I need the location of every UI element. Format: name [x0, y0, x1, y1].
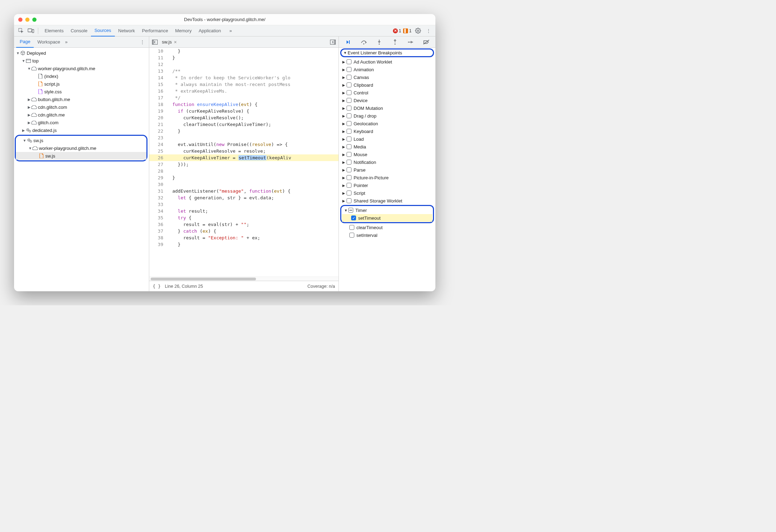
code-content[interactable]: } [167, 241, 338, 248]
bp-category-shared-storage-worklet[interactable]: ▶Shared Storage Worklet [340, 197, 435, 205]
code-line[interactable]: 34 let result; [149, 208, 338, 214]
settings-icon[interactable] [414, 27, 422, 35]
code-content[interactable]: * extraKeepAliveMs. [167, 88, 338, 94]
code-line[interactable]: 13 /** [149, 68, 338, 74]
code-line[interactable]: 19 if (curKeepAliveResolve) { [149, 108, 338, 114]
panel-tab-sources[interactable]: Sources [91, 25, 115, 36]
event-listener-breakpoints-header[interactable]: ▼ Event Listener Breakpoints [340, 48, 434, 57]
more-menu-icon[interactable]: ⋮ [424, 27, 433, 35]
code-content[interactable]: } [167, 128, 338, 134]
code-content[interactable]: curKeepAliveTimer = setTimeout(keepAliv [167, 154, 338, 161]
code-line[interactable]: 29 } [149, 174, 338, 181]
code-line[interactable]: 32 let { generation, str } = evt.data; [149, 194, 338, 201]
line-number[interactable]: 32 [149, 194, 167, 201]
checkbox-mixed[interactable] [348, 208, 353, 213]
code-content[interactable]: } [167, 174, 338, 181]
code-content[interactable]: * In order to keep the ServiceWorker's g… [167, 74, 338, 81]
checkbox[interactable] [347, 106, 351, 111]
line-number[interactable]: 17 [149, 94, 167, 101]
bp-category-load[interactable]: ▶Load [340, 135, 435, 143]
line-number[interactable]: 38 [149, 234, 167, 241]
code-line[interactable]: 38 result = "Exception: " + ex; [149, 234, 338, 241]
bp-category-ad-auction-worklet[interactable]: ▶Ad Auction Worklet [340, 58, 435, 66]
code-content[interactable]: try { [167, 214, 338, 221]
line-number[interactable]: 26 [149, 154, 167, 161]
checkbox[interactable] [347, 75, 351, 80]
code-line[interactable]: 11 } [149, 54, 338, 61]
code-line[interactable]: 12 [149, 61, 338, 68]
step-into-icon[interactable] [375, 38, 384, 47]
tree-top[interactable]: ▼ top [14, 57, 149, 65]
code-line[interactable]: 16 * extraKeepAliveMs. [149, 88, 338, 94]
toggle-debugger-icon[interactable] [329, 38, 337, 46]
bp-category-picture-in-picture[interactable]: ▶Picture-in-Picture [340, 174, 435, 181]
step-over-icon[interactable] [359, 38, 368, 47]
bp-category-notification[interactable]: ▶Notification [340, 158, 435, 166]
code-line[interactable]: 10 } [149, 48, 338, 54]
bp-category-drag-drop[interactable]: ▶Drag / drop [340, 112, 435, 120]
code-line[interactable]: 27 })); [149, 161, 338, 168]
line-number[interactable]: 16 [149, 88, 167, 94]
code-editor[interactable]: 10 }11 }1213 /**14 * In order to keep th… [149, 48, 338, 277]
checkbox[interactable] [347, 59, 351, 64]
code-content[interactable]: curKeepAliveResolve(); [167, 114, 338, 121]
line-number[interactable]: 22 [149, 128, 167, 134]
checkbox[interactable] [347, 144, 351, 149]
bp-item-cleartimeout[interactable]: clearTimeout [339, 224, 435, 231]
code-content[interactable]: curKeepAliveResolve = resolve; [167, 148, 338, 154]
code-content[interactable]: result = "Exception: " + ex; [167, 234, 338, 241]
device-toolbar-icon[interactable] [27, 27, 35, 35]
checkbox[interactable] [347, 113, 351, 118]
bp-category-keyboard[interactable]: ▶Keyboard [340, 127, 435, 135]
toggle-navigator-icon[interactable] [151, 38, 159, 46]
tree-domain-glitch[interactable]: ▶ glitch.com [14, 119, 149, 126]
tree-swjs-domain[interactable]: ▼ worker-playground.glitch.me [16, 144, 146, 152]
checkbox[interactable] [347, 167, 351, 172]
checkbox[interactable] [347, 67, 351, 72]
code-content[interactable]: addEventListener("message", function(evt… [167, 188, 338, 194]
line-number[interactable]: 30 [149, 181, 167, 188]
panel-tab-elements[interactable]: Elements [41, 25, 67, 36]
code-line[interactable]: 39 } [149, 241, 338, 248]
code-content[interactable]: if (curKeepAliveResolve) { [167, 108, 338, 114]
line-number[interactable]: 36 [149, 221, 167, 228]
checkbox[interactable] [349, 233, 354, 238]
line-number[interactable]: 25 [149, 148, 167, 154]
code-content[interactable]: } [167, 48, 338, 54]
tree-file-stylecss[interactable]: style.css [14, 88, 149, 95]
checkbox[interactable] [347, 175, 351, 180]
bp-category-clipboard[interactable]: ▶Clipboard [340, 81, 435, 89]
step-out-icon[interactable] [390, 38, 400, 47]
tree-domain-cdn1[interactable]: ▶ cdn.glitch.com [14, 103, 149, 111]
code-content[interactable]: */ [167, 94, 338, 101]
tree-file-scriptjs[interactable]: script.js [14, 80, 149, 88]
line-number[interactable]: 15 [149, 81, 167, 88]
bp-item-setinterval[interactable]: setInterval [339, 231, 435, 239]
line-number[interactable]: 24 [149, 141, 167, 148]
sidebar-tabs-overflow[interactable]: » [65, 39, 67, 45]
code-line[interactable]: 17 */ [149, 94, 338, 101]
checkbox-checked[interactable]: ✓ [351, 215, 356, 220]
tree-domain-cdn2[interactable]: ▶ cdn.glitch.me [14, 111, 149, 119]
line-number[interactable]: 35 [149, 214, 167, 221]
code-line[interactable]: 37 } catch (ex) { [149, 228, 338, 234]
checkbox[interactable] [349, 225, 354, 230]
bp-category-device[interactable]: ▶Device [340, 97, 435, 104]
code-line[interactable]: 23 [149, 134, 338, 141]
pretty-print-icon[interactable]: { } [153, 284, 161, 289]
tree-domain-main[interactable]: ▼ worker-playground.glitch.me [14, 65, 149, 72]
bp-category-pointer[interactable]: ▶Pointer [340, 181, 435, 189]
line-number[interactable]: 13 [149, 68, 167, 74]
panel-tab-performance[interactable]: Performance [138, 25, 171, 36]
panel-tab-memory[interactable]: Memory [172, 25, 195, 36]
code-line[interactable]: 15 * always maintain the most-recent pos… [149, 81, 338, 88]
line-number[interactable]: 20 [149, 114, 167, 121]
deactivate-breakpoints-icon[interactable] [422, 38, 431, 47]
checkbox[interactable] [347, 121, 351, 126]
bp-category-media[interactable]: ▶Media [340, 143, 435, 151]
code-line[interactable]: 22 } [149, 128, 338, 134]
line-number[interactable]: 23 [149, 134, 167, 141]
bp-category-animation[interactable]: ▶Animation [340, 66, 435, 73]
code-line[interactable]: 30 [149, 181, 338, 188]
code-line[interactable]: 31 addEventListener("message", function(… [149, 188, 338, 194]
